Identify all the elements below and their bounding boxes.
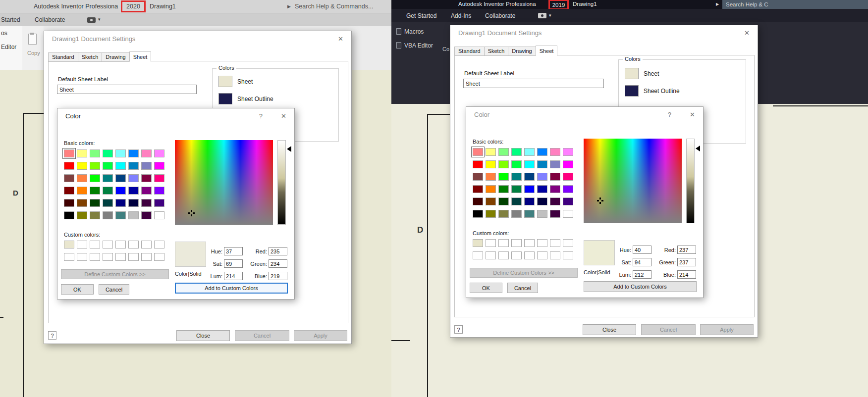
color-swatch[interactable] — [141, 187, 152, 195]
color-swatch[interactable] — [563, 173, 573, 181]
color-swatch[interactable] — [77, 241, 87, 248]
color-swatch[interactable] — [128, 149, 139, 157]
color-swatch[interactable] — [154, 199, 164, 207]
color-swatch[interactable] — [524, 148, 535, 156]
tab-add-ins[interactable]: Add-Ins — [451, 12, 471, 19]
color-swatch[interactable] — [511, 239, 522, 247]
color-swatch[interactable] — [64, 211, 74, 219]
color-swatch[interactable] — [498, 251, 509, 259]
color-swatch[interactable] — [563, 185, 573, 193]
tab-standard[interactable]: Standard — [48, 52, 78, 62]
color-swatch[interactable] — [128, 187, 139, 195]
blue-input[interactable] — [269, 272, 287, 280]
color-swatch[interactable] — [498, 173, 509, 181]
close-icon[interactable]: ✕ — [338, 35, 343, 43]
color-swatch[interactable] — [141, 241, 152, 248]
close-button[interactable]: Close — [176, 330, 230, 341]
color-swatch[interactable] — [115, 187, 126, 195]
color-swatch[interactable] — [141, 199, 152, 207]
color-swatch[interactable] — [154, 174, 164, 182]
color-swatch[interactable] — [537, 198, 547, 205]
red-input[interactable] — [677, 246, 696, 254]
add-to-custom-colors-button[interactable]: Add to Custom Colors — [584, 281, 697, 292]
dialog-title-bar[interactable]: Drawing1 Document Settings ✕ — [450, 25, 758, 40]
cancel-button[interactable]: Cancel — [641, 324, 696, 335]
ribbon-item-macros[interactable]: Macros — [404, 28, 424, 35]
color-swatch[interactable] — [115, 174, 126, 182]
color-swatch[interactable] — [550, 148, 560, 156]
color-swatch[interactable] — [90, 253, 100, 261]
green-input[interactable] — [677, 258, 696, 266]
color-swatch[interactable] — [90, 174, 100, 182]
color-swatch[interactable] — [154, 162, 164, 170]
lum-input[interactable] — [224, 272, 243, 280]
color-swatch[interactable] — [486, 173, 496, 181]
apply-button[interactable]: Apply — [294, 330, 347, 341]
close-icon[interactable]: ✕ — [281, 112, 286, 120]
color-swatch[interactable] — [154, 241, 164, 248]
color-swatch[interactable] — [498, 160, 509, 168]
color-swatch[interactable] — [511, 148, 522, 156]
color-swatch[interactable] — [103, 241, 113, 248]
color-swatch[interactable] — [77, 174, 87, 182]
color-swatch[interactable] — [103, 187, 113, 195]
color-swatch[interactable] — [103, 211, 113, 219]
color-swatch[interactable] — [77, 199, 87, 207]
color-swatch[interactable] — [64, 187, 74, 195]
color-swatch[interactable] — [64, 199, 74, 207]
luminance-marker-icon[interactable] — [287, 146, 291, 152]
screen-capture-icon[interactable] — [87, 17, 96, 23]
color-swatch[interactable] — [537, 251, 547, 259]
color-swatch[interactable] — [511, 251, 522, 259]
tab-sheet[interactable]: Sheet — [536, 46, 558, 56]
color-swatch[interactable] — [537, 173, 547, 181]
color-swatch[interactable] — [511, 185, 522, 193]
color-swatch[interactable] — [90, 162, 100, 170]
sheet-color-swatch[interactable] — [625, 68, 639, 79]
color-swatch[interactable] — [128, 199, 139, 207]
tab-standard[interactable]: Standard — [454, 47, 485, 56]
color-swatch[interactable] — [64, 174, 74, 182]
color-swatch[interactable] — [473, 160, 483, 168]
hue-saturation-field[interactable] — [584, 139, 682, 223]
color-swatch[interactable] — [473, 148, 483, 156]
color-swatch[interactable] — [115, 162, 126, 170]
tab-get-started[interactable]: Get Started — [406, 12, 436, 19]
color-swatch[interactable] — [103, 162, 113, 170]
color-swatch[interactable] — [128, 211, 139, 219]
color-swatch[interactable] — [128, 253, 139, 261]
color-swatch[interactable] — [524, 239, 535, 247]
color-swatch[interactable] — [141, 149, 152, 157]
chevron-down-icon[interactable]: ▾ — [98, 17, 101, 22]
color-swatch[interactable] — [550, 198, 560, 205]
color-swatch[interactable] — [154, 253, 164, 261]
color-swatch[interactable] — [524, 198, 535, 205]
color-swatch[interactable] — [524, 251, 535, 259]
color-swatch[interactable] — [103, 199, 113, 207]
color-swatch[interactable] — [103, 253, 113, 261]
chevron-down-icon[interactable]: ▾ — [549, 13, 551, 18]
color-swatch[interactable] — [473, 173, 483, 181]
color-swatch[interactable] — [537, 210, 547, 218]
sheet-outline-color-swatch[interactable] — [218, 93, 232, 104]
color-swatch[interactable] — [77, 162, 87, 170]
color-swatch[interactable] — [115, 253, 126, 261]
color-swatch[interactable] — [524, 160, 535, 168]
help-button[interactable]: ? — [48, 331, 56, 340]
color-crosshair-icon[interactable] — [597, 198, 603, 204]
ok-button[interactable]: OK — [470, 283, 502, 293]
nav-arrow-icon[interactable]: ▶ — [716, 2, 719, 6]
apply-button[interactable]: Apply — [700, 324, 754, 335]
hue-saturation-field[interactable] — [175, 140, 273, 225]
color-swatch[interactable] — [563, 160, 573, 168]
color-swatch[interactable] — [154, 187, 164, 195]
blue-input[interactable] — [677, 270, 696, 279]
color-swatch[interactable] — [563, 210, 573, 218]
color-swatch[interactable] — [563, 198, 573, 205]
color-swatch[interactable] — [486, 251, 496, 259]
color-swatch[interactable] — [486, 198, 496, 205]
help-icon[interactable]: ? — [259, 112, 263, 120]
color-swatch[interactable] — [563, 251, 573, 259]
color-swatch[interactable] — [77, 187, 87, 195]
color-swatch[interactable] — [498, 210, 509, 218]
